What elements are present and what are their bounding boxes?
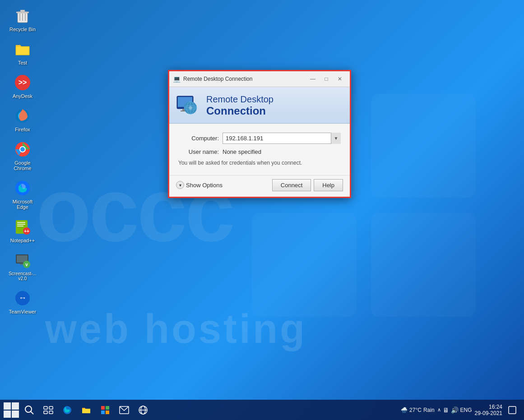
- credentials-note: You will be asked for credentials when y…: [178, 160, 341, 166]
- google-chrome-image: [14, 140, 32, 158]
- svg-rect-3: [371, 213, 476, 317]
- taskbar-store[interactable]: [96, 401, 114, 419]
- username-value: None specified: [223, 148, 261, 155]
- clock-date: 29-09-2021: [475, 410, 502, 416]
- rdc-maximize-button[interactable]: □: [320, 74, 333, 84]
- notification-button[interactable]: [505, 401, 519, 419]
- notepadpp-icon[interactable]: ++ Notepad++: [5, 216, 41, 245]
- rdc-window: 💻 Remote Desktop Connection — □ ✕: [169, 71, 350, 197]
- teamviewer-icon[interactable]: ↔ TeamViewer: [5, 287, 41, 317]
- systray-volume-icon: 🔊: [451, 406, 459, 414]
- svg-rect-54: [101, 411, 105, 414]
- svg-rect-6: [20, 10, 25, 12]
- svg-rect-55: [106, 411, 109, 414]
- rdc-minimize-button[interactable]: —: [306, 74, 319, 84]
- rdc-footer: ▾ Show Options Connect Help: [169, 175, 350, 197]
- svg-rect-1: [371, 94, 476, 198]
- screencast-image: v: [14, 251, 32, 269]
- systray: ∧ 🖥 🔊 ENG: [437, 406, 472, 414]
- computer-field-row: Computer: ▼: [178, 133, 341, 144]
- svg-rect-42: [12, 402, 19, 410]
- taskbar-mail[interactable]: [115, 401, 133, 419]
- svg-rect-44: [12, 411, 19, 418]
- taskbar-explorer[interactable]: [77, 401, 95, 419]
- rdc-monitor-icon: [176, 94, 201, 117]
- test-folder-image: [14, 40, 32, 58]
- rdc-title-text: Remote Desktop Connection: [183, 76, 304, 82]
- show-options-label: Show Options: [186, 182, 223, 189]
- test-label: Test: [18, 60, 27, 65]
- anydesk-icon[interactable]: >> AnyDesk: [5, 71, 41, 101]
- systray-network-icon: 🖥: [443, 406, 449, 414]
- microsoft-edge-image: [14, 179, 32, 197]
- google-chrome-icon[interactable]: Google Chrome: [5, 138, 41, 173]
- search-icon: [24, 405, 34, 415]
- computer-label: Computer:: [178, 135, 219, 142]
- recycle-bin-image: [14, 7, 32, 25]
- svg-rect-49: [44, 411, 47, 414]
- computer-dropdown-arrow[interactable]: ▼: [331, 133, 341, 144]
- svg-rect-53: [106, 406, 109, 410]
- svg-line-46: [31, 411, 33, 414]
- search-button[interactable]: [21, 402, 37, 418]
- notification-icon: [508, 406, 516, 414]
- svg-rect-60: [509, 406, 516, 414]
- taskbar-globe[interactable]: [134, 401, 152, 419]
- svg-rect-52: [101, 406, 105, 410]
- clock-time: 16:24: [475, 404, 502, 410]
- edge-taskbar-icon: [62, 405, 72, 415]
- microsoft-edge-label: Microsoft Edge: [7, 199, 38, 210]
- store-icon: [100, 405, 110, 415]
- rdc-header: Remote Desktop Connection: [169, 87, 350, 124]
- anydesk-image: >>: [14, 74, 32, 92]
- rdc-header-title: Remote Desktop Connection: [206, 94, 274, 118]
- svg-rect-41: [4, 402, 11, 410]
- svg-point-45: [25, 406, 32, 412]
- desktop-icons: Recycle Bin Test >> AnyDesk: [5, 5, 41, 317]
- rdc-titlebar-buttons: — □ ✕: [306, 74, 346, 84]
- taskbar-edge[interactable]: [58, 401, 76, 419]
- username-label: User name:: [178, 148, 219, 155]
- systray-chevron[interactable]: ∧: [437, 407, 441, 413]
- svg-rect-5: [16, 12, 29, 13]
- start-button[interactable]: [2, 401, 20, 419]
- computer-input-container: ▼: [223, 133, 341, 144]
- microsoft-edge-icon[interactable]: Microsoft Edge: [5, 177, 41, 212]
- svg-text:++: ++: [24, 229, 29, 234]
- show-options-toggle[interactable]: ▾ Show Options: [176, 181, 272, 189]
- svg-point-16: [20, 147, 25, 152]
- taskbar-clock[interactable]: 16:24 29-09-2021: [475, 404, 502, 416]
- taskbar: 🌧️ 27°C Rain ∧ 🖥 🔊 ENG 16:24 29-09-2021: [0, 400, 524, 420]
- recycle-bin-icon[interactable]: Recycle Bin: [5, 5, 41, 34]
- rdc-close-button[interactable]: ✕: [334, 74, 346, 84]
- teamviewer-image: ↔: [14, 289, 32, 307]
- rdc-titlebar-icon: 💻: [173, 75, 181, 83]
- firefox-image: [14, 107, 32, 125]
- task-view-icon: [43, 406, 53, 414]
- recycle-bin-label: Recycle Bin: [9, 27, 36, 32]
- weather-condition: Rain: [423, 407, 435, 413]
- weather-widget[interactable]: 🌧️ 27°C Rain: [401, 407, 435, 413]
- svg-rect-50: [49, 411, 53, 414]
- firefox-icon[interactable]: Firefox: [5, 105, 41, 134]
- svg-rect-43: [4, 411, 11, 418]
- svg-rect-2: [252, 213, 357, 317]
- notepadpp-label: Notepad++: [10, 238, 35, 243]
- taskbar-items: [39, 401, 401, 419]
- systray-lang[interactable]: ENG: [460, 407, 472, 413]
- google-chrome-label: Google Chrome: [7, 160, 38, 171]
- rdc-header-line1: Remote Desktop: [206, 94, 274, 105]
- rdc-dialog-container: 💻 Remote Desktop Connection — □ ✕: [168, 70, 351, 198]
- test-folder-icon[interactable]: Test: [5, 38, 41, 68]
- connect-button[interactable]: Connect: [272, 179, 311, 191]
- rdc-header-line2: Connection: [206, 105, 274, 118]
- screencast-icon[interactable]: v Screencast-... v2.0: [5, 249, 41, 283]
- taskbar-task-view[interactable]: [39, 401, 57, 419]
- svg-text:v: v: [25, 262, 28, 267]
- svg-rect-19: [17, 222, 25, 223]
- taskbar-right: 🌧️ 27°C Rain ∧ 🖥 🔊 ENG 16:24 29-09-2021: [401, 401, 522, 419]
- windows-start-icon: [2, 401, 20, 419]
- rdc-titlebar: 💻 Remote Desktop Connection — □ ✕: [169, 71, 350, 87]
- computer-input[interactable]: [223, 133, 341, 144]
- help-button[interactable]: Help: [314, 179, 343, 191]
